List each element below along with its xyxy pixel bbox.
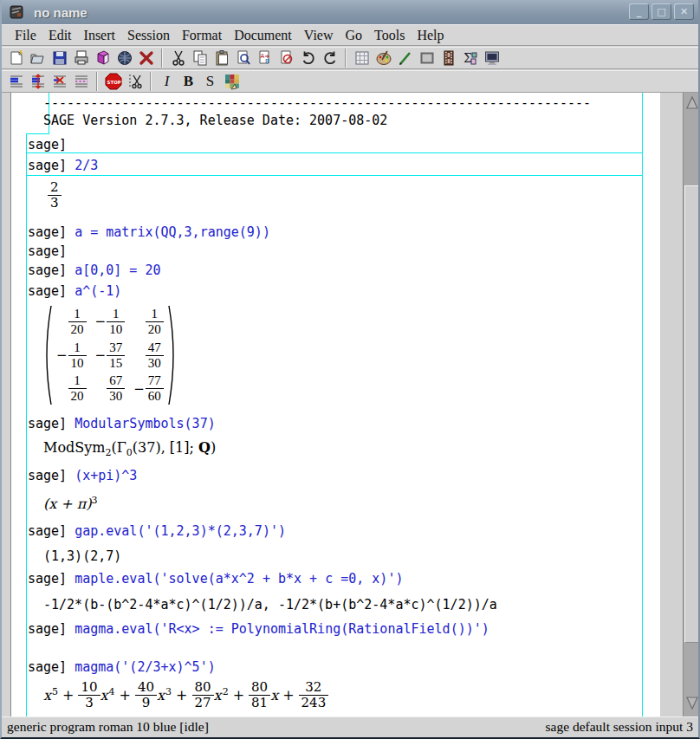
svg-text:A: A	[260, 53, 264, 60]
animation-icon[interactable]	[438, 48, 459, 68]
input-field[interactable]: ModularSymbols(37)	[75, 416, 216, 431]
output-maple: -1/2*(b-(b^2-4*a*c)^(1/2))/a, -1/2*(b+(b…	[43, 597, 497, 613]
session-border-jog-h	[26, 133, 49, 134]
menu-view[interactable]: View	[298, 28, 340, 43]
session-cell[interactable]: sage]	[28, 243, 75, 259]
toolbar-separator	[150, 72, 152, 91]
main-toolbar: AB Σ	[2, 47, 698, 69]
web-globe-icon[interactable]	[113, 48, 135, 68]
menu-insert[interactable]: Insert	[78, 28, 121, 43]
prompt: sage]	[28, 659, 67, 675]
output-matrix: 120 −110 120 −110 −3715 4730 120 6730 −7…	[40, 304, 180, 406]
undo-icon[interactable]	[297, 48, 319, 68]
output-polynomial: x5 + 103 x4 + 409 x3 + 8027 x2 + 8081 x …	[43, 680, 328, 710]
bold-button[interactable]: B	[178, 71, 199, 92]
title-bar: no name _ □ ✕	[2, 0, 698, 24]
session-cell[interactable]: sage]gap.eval('(1,2,3)*(2,3,7)')	[28, 523, 286, 539]
session-border-left	[26, 133, 27, 716]
input-field[interactable]: gap.eval('(1,2,3)*(2,3,7)')	[75, 523, 286, 539]
color-mosaic-icon[interactable]	[221, 71, 243, 92]
status-left: generic program roman 10 blue [idle]	[7, 719, 209, 735]
svg-text:STOP: STOP	[107, 80, 120, 85]
spell-check-icon[interactable]	[275, 48, 297, 68]
session-cell[interactable]: sage]magma('(2/3+x)^5')	[28, 659, 216, 675]
redo-icon[interactable]	[319, 48, 340, 68]
status-right: sage default session input 3	[546, 719, 693, 735]
prompt: sage]	[28, 416, 67, 431]
interrupt-execution-icon[interactable]	[124, 71, 146, 92]
italic-button[interactable]: I	[156, 71, 178, 92]
session-monitor-icon[interactable]	[481, 48, 502, 68]
menu-edit[interactable]: Edit	[42, 28, 78, 43]
status-bar: generic program roman 10 blue [idle] sag…	[2, 716, 698, 736]
vertical-scrollbar[interactable]	[683, 93, 700, 716]
math-formula-icon[interactable]: Σ	[459, 48, 481, 68]
copy-icon[interactable]	[189, 48, 211, 68]
menu-document[interactable]: Document	[228, 28, 298, 43]
toolbar-separator	[345, 49, 347, 68]
new-document-icon[interactable]	[5, 48, 27, 68]
scroll-up-icon[interactable]	[684, 94, 700, 112]
input-field[interactable]: magma.eval('R<x> := PolynomialRing(Ratio…	[75, 621, 489, 637]
maximize-button[interactable]: □	[651, 3, 671, 20]
field-separator	[26, 152, 643, 153]
menu-file[interactable]: File	[9, 28, 42, 43]
menu-go[interactable]: Go	[339, 28, 368, 43]
session-canvas[interactable]: ----------------------------------------…	[10, 93, 660, 716]
input-field[interactable]: a[0,0] = 20	[75, 263, 160, 278]
print-icon[interactable]	[70, 48, 92, 68]
session-cell[interactable]: sage]	[28, 137, 75, 152]
insert-table-icon[interactable]	[351, 48, 373, 68]
scroll-gutter	[660, 93, 683, 716]
replace-icon[interactable]: AB	[254, 48, 275, 68]
menu-session[interactable]: Session	[121, 28, 176, 43]
menu-help[interactable]: Help	[411, 28, 450, 43]
close-button[interactable]: ✕	[674, 3, 694, 20]
session-cell[interactable]: sage]a[0,0] = 20	[28, 263, 161, 278]
input-field[interactable]: maple.eval('solve(a*x^2 + b*x + c =0, x)…	[75, 571, 403, 587]
output-fraction: 23	[48, 180, 62, 211]
prompt: sage]	[28, 523, 67, 539]
open-document-icon[interactable]	[27, 48, 49, 68]
input-field[interactable]: a^(-1)	[75, 283, 121, 299]
prompt: sage]	[28, 621, 67, 637]
session-cell[interactable]: sage]magma.eval('R<x> := PolynomialRing(…	[28, 621, 489, 637]
cut-icon[interactable]	[167, 48, 189, 68]
remove-field-icon[interactable]	[49, 71, 70, 92]
paste-icon[interactable]	[211, 48, 232, 68]
menu-tools[interactable]: Tools	[368, 28, 411, 43]
session-cell[interactable]: sage]maple.eval('solve(a*x^2 + b*x + c =…	[28, 571, 403, 587]
input-field[interactable]: a = matrix(QQ,3,range(9))	[75, 224, 270, 240]
insert-frame-icon[interactable]	[416, 48, 438, 68]
input-field[interactable]: 2/3	[75, 158, 98, 173]
scrollbar-thumb[interactable]	[684, 185, 700, 643]
session-cell[interactable]: sage](x+pi)^3	[28, 468, 137, 483]
stop-interpreter-icon[interactable]: STOP	[102, 71, 124, 92]
session-cell[interactable]: sage]ModularSymbols(37)	[28, 416, 216, 431]
svg-text:B: B	[265, 58, 269, 65]
menu-format[interactable]: Format	[176, 28, 228, 43]
prompt: sage]	[28, 137, 67, 152]
prompt: sage]	[28, 283, 67, 299]
insert-field-above-icon[interactable]	[27, 71, 49, 92]
split-field-icon[interactable]	[70, 71, 92, 92]
input-field[interactable]: magma('(2/3+x)^5')	[75, 659, 216, 675]
draw-pen-icon[interactable]	[394, 48, 416, 68]
strong-button[interactable]: S	[199, 71, 221, 92]
menu-bar: File Edit Insert Session Format Document…	[2, 24, 698, 46]
export-book-icon[interactable]	[92, 48, 113, 68]
focus-toolbar: STOP I B S	[2, 70, 698, 93]
close-document-icon[interactable]	[135, 48, 157, 68]
save-icon[interactable]	[49, 48, 70, 68]
session-cell[interactable]: sage]a = matrix(QQ,3,range(9))	[28, 224, 270, 240]
output-gap: (1,3)(2,7)	[43, 548, 121, 564]
session-cell-active[interactable]: sage]2/3	[28, 158, 98, 173]
find-icon[interactable]	[232, 48, 254, 68]
toolbar-separator	[96, 72, 98, 91]
color-palette-icon[interactable]	[373, 48, 394, 68]
insert-field-icon[interactable]	[5, 71, 27, 92]
scroll-down-icon[interactable]	[684, 694, 700, 711]
minimize-button[interactable]: _	[629, 3, 649, 20]
input-field[interactable]: (x+pi)^3	[75, 468, 137, 483]
session-cell[interactable]: sage]a^(-1)	[28, 283, 121, 299]
